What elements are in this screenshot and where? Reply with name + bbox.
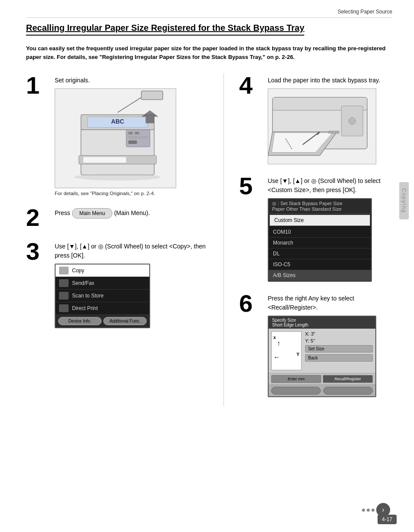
x-axis-label: x — [273, 335, 276, 340]
step-6-number: 6 — [239, 291, 262, 316]
screen-item-com10[interactable]: COM10 — [269, 227, 371, 238]
menu-directprint-label: Direct Print — [72, 305, 98, 311]
copier-svg: ABC — [55, 88, 176, 188]
svg-point-13 — [75, 173, 161, 180]
size-spec-screen: Specify Size Short Edge Length x ↑ Y ← — [268, 316, 376, 397]
page-header: Selecting Paper Source — [26, 9, 392, 18]
step-3-number: 3 — [26, 239, 49, 264]
page-number: 4-17 — [378, 515, 397, 524]
step-6: 6 Press the right Any key to select <Rec… — [239, 291, 392, 397]
recall-register-button[interactable]: Recall/Register — [323, 375, 373, 383]
paper-size-screen: ◎ : Set Stack Bypass Paper Size Paper Ot… — [268, 198, 372, 282]
menu-item-directprint[interactable]: Direct Print — [56, 302, 149, 315]
x-value: X: 3" — [305, 331, 315, 336]
svg-rect-12 — [141, 91, 163, 100]
y-value-row: Y: 5" — [305, 338, 373, 343]
step-2-number: 2 — [26, 206, 49, 230]
step-5: 5 Use [▼], [▲] or ◎ (Scroll Wheel) to se… — [239, 174, 392, 282]
additional-func-button[interactable]: Additional Func. — [103, 317, 147, 325]
menu-screen: Copy Send/Fax Scan to Store Direct — [55, 264, 150, 328]
scan-icon — [59, 292, 69, 300]
copy-icon — [59, 267, 69, 274]
step-2-text: Press Main Menu (Main Menu). — [55, 208, 208, 219]
step-4-text: Load the paper into the stack bypass tra… — [268, 76, 392, 85]
screen-item-dl[interactable]: DL — [269, 248, 371, 259]
svg-text:ABC: ABC — [111, 118, 124, 125]
size-header-line1: Specify Size — [272, 318, 372, 323]
y-axis-label: Y — [296, 352, 299, 357]
y-arrow: ← — [273, 353, 280, 361]
step-4-number: 4 — [239, 73, 262, 98]
step-6-text: Press the right Any key to select <Recal… — [268, 294, 392, 312]
menu-sendfax-label: Send/Fax — [72, 280, 94, 286]
step-4: 4 Load the paper into the stack bypass t… — [239, 73, 392, 164]
screen-header: ◎ : Set Stack Bypass Paper Size Paper Ot… — [269, 199, 371, 214]
oval-buttons-row — [269, 385, 375, 396]
bypass-tray-illustration — [268, 88, 376, 164]
menu-item-copy[interactable]: Copy — [56, 264, 149, 277]
size-diagram: x ↑ Y ← — [271, 331, 302, 370]
send-icon — [59, 279, 69, 287]
set-size-button[interactable]: Set Size — [305, 345, 373, 352]
right-column: 4 Load the paper into the stack bypass t… — [239, 73, 392, 407]
header-title: Selecting Paper Source — [338, 9, 392, 15]
screen-item-absizes[interactable]: A/B Sizes — [269, 270, 371, 281]
step-1-note: For details, see "Placing Originals," on… — [55, 191, 208, 196]
size-screen-header: Specify Size Short Edge Length — [269, 317, 375, 329]
svg-rect-10 — [83, 157, 126, 163]
step-1-text: Set originals. — [55, 76, 208, 85]
nav-dot-1 — [362, 509, 365, 512]
step-1: 1 Set originals. ABC — [26, 73, 208, 196]
bypass-svg — [268, 88, 376, 164]
menu-item-scanstore[interactable]: Scan to Store — [56, 290, 149, 302]
step-2-prefix: Press — [55, 209, 72, 216]
svg-rect-5 — [128, 132, 133, 134]
back-button[interactable]: Back — [305, 354, 373, 362]
svg-rect-6 — [135, 132, 139, 134]
nav-dot-2 — [367, 509, 370, 512]
screen-header-line1: ◎ : Set Stack Bypass Paper Size — [272, 201, 368, 206]
main-menu-button[interactable]: Main Menu — [72, 208, 112, 219]
intro-paragraph: You can easily set the frequently used i… — [26, 44, 392, 61]
nav-dot-3 — [371, 509, 375, 512]
two-column-layout: 1 Set originals. ABC — [26, 73, 392, 407]
y-value: Y: 5" — [305, 338, 315, 343]
screen-header-line2: Paper Other Than Standard Size — [272, 206, 368, 212]
size-header-line2: Short Edge Length — [272, 323, 372, 327]
step-1-number: 1 — [26, 73, 49, 98]
step-5-number: 5 — [239, 174, 262, 198]
menu-item-sendfax[interactable]: Send/Fax — [56, 277, 149, 290]
right-oval-btn[interactable] — [323, 387, 373, 395]
svg-rect-8 — [128, 140, 137, 144]
menu-scanstore-label: Scan to Store — [72, 293, 104, 299]
copier-illustration: ABC — [55, 88, 176, 188]
enter-mm-button[interactable]: Enter mm — [271, 375, 321, 383]
size-values: X: 3" Y: 5" Set Size Back — [305, 331, 373, 370]
menu-footer: Device Info. Additional Func. — [56, 315, 149, 327]
copying-sidebar-label: Copying — [399, 182, 409, 219]
svg-rect-18 — [329, 131, 339, 134]
left-oval-btn[interactable] — [271, 387, 321, 395]
screen-item-customsize[interactable]: Custom Size — [269, 215, 370, 226]
size-screen-footer: Enter mm Recall/Register — [269, 373, 375, 385]
step-4-content: Load the paper into the stack bypass tra… — [268, 73, 392, 164]
screen-item-isoc5[interactable]: ISO-C5 — [269, 259, 371, 270]
screen-item-monarch[interactable]: Monarch — [269, 238, 371, 248]
step-3: 3 Use [▼], [▲] or ◎ (Scroll Wheel) to se… — [26, 239, 208, 328]
column-divider — [223, 73, 224, 407]
step-2-content: Press Main Menu (Main Menu). — [55, 206, 208, 222]
step-5-content: Use [▼], [▲] or ◎ (Scroll Wheel) to sele… — [268, 174, 392, 282]
svg-line-11 — [118, 98, 141, 113]
left-column: 1 Set originals. ABC — [26, 73, 208, 407]
step-5-text: Use [▼], [▲] or ◎ (Scroll Wheel) to sele… — [268, 176, 392, 195]
size-screen-body: x ↑ Y ← X: 3" Y: 5" — [269, 329, 375, 373]
svg-rect-7 — [128, 136, 148, 139]
menu-copy-label: Copy — [72, 268, 84, 274]
x-arrow: ↑ — [277, 339, 280, 347]
step-3-content: Use [▼], [▲] or ◎ (Scroll Wheel) to sele… — [55, 239, 208, 328]
step-6-content: Press the right Any key to select <Recal… — [268, 291, 392, 397]
step-2-suffix: (Main Menu). — [114, 209, 150, 216]
device-info-button[interactable]: Device Info. — [58, 317, 102, 325]
step-3-text: Use [▼], [▲] or ◎ (Scroll Wheel) to sele… — [55, 242, 208, 260]
x-value-row: X: 3" — [305, 331, 373, 336]
